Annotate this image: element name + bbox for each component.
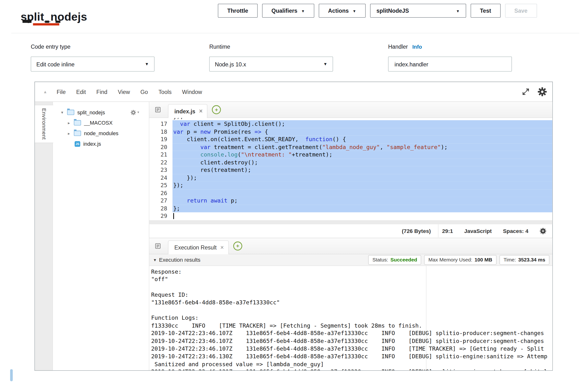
horizontal-scrollbar-track[interactable] (149, 220, 552, 224)
code-editor-area[interactable]: });17 var client = SplitObj.client();18v… (149, 118, 552, 224)
caret-down-icon[interactable]: ▾ (154, 257, 156, 262)
spaces-status[interactable]: Spaces: 4 (503, 228, 528, 234)
badge-value: Succeeded (391, 257, 417, 262)
environment-pane: Environment ▾split_nodejs▾▸__MACOSX▸node… (35, 102, 149, 370)
log-line: Response: (151, 268, 552, 276)
editor-menubar: ▲ FileEditFindViewGoToolsWindow (35, 82, 552, 102)
save-button[interactable]: Save (505, 4, 537, 18)
menu-tools[interactable]: Tools (158, 89, 172, 95)
caret-right-icon: ▸ (68, 131, 74, 136)
cloud9-editor: ▲ FileEditFindViewGoToolsWindow Environm… (35, 82, 553, 371)
code-entry-type-select[interactable]: Edit code inline ▼ (31, 57, 155, 72)
badge-max-memory-used: Max Memory Used:100 MB (424, 255, 496, 265)
qualifiers-button[interactable]: Qualifiers▼ (262, 4, 314, 18)
log-line: 2019-10-24T22:23:46.130Z 131e865f-6eb4-4… (151, 353, 552, 361)
code-text: }); (172, 174, 552, 182)
editor-settings-gear-icon[interactable] (537, 87, 547, 97)
menu-view[interactable]: View (118, 89, 130, 95)
cursor-position-status[interactable]: 29:1 (442, 228, 453, 234)
menu-go[interactable]: Go (140, 89, 148, 95)
caret-down-icon: ▼ (301, 9, 305, 13)
throttle-button[interactable]: Throttle (218, 4, 257, 18)
language-status[interactable]: JavaScript (464, 228, 492, 234)
clipped-text-fragment (45, 21, 49, 23)
tree-item-node-modules[interactable]: ▸node_modules (53, 128, 149, 138)
badge-time: Time:3523.34 ms (500, 255, 549, 265)
test-button[interactable]: Test (471, 4, 501, 18)
execution-results-title: Execution results (159, 257, 201, 263)
new-tab-plus-icon[interactable]: + (233, 241, 242, 250)
line-number: 22 (149, 159, 172, 166)
lambda-console-page: split_nodejs ThrottleQualifiers▼Actions▼… (0, 0, 588, 382)
line-number: 20 (149, 143, 172, 151)
line-number: 21 (149, 151, 172, 159)
code-line-23: 23 res(treatment); (149, 166, 552, 174)
menu-edit[interactable]: Edit (76, 89, 86, 95)
code-line-18: 18var p = new Promise(res => { (149, 128, 552, 136)
badge-label: Max Memory Used: (428, 257, 472, 262)
handler-info-link[interactable]: Info (412, 44, 422, 50)
tree-item-index-js[interactable]: JSindex.js (53, 138, 149, 149)
runtime-select[interactable]: Node.js 10.x ▼ (209, 57, 333, 72)
tree-item-split-nodejs[interactable]: ▾split_nodejs▾ (53, 107, 149, 118)
actions-button[interactable]: Actions▼ (319, 4, 365, 18)
tab-index-js[interactable]: index.js × (168, 104, 207, 118)
close-icon[interactable]: × (220, 245, 224, 250)
badge-value: 100 MB (475, 257, 492, 262)
new-tab-plus-icon[interactable]: + (212, 105, 221, 114)
runtime-field: Runtime Node.js 10.x ▼ (209, 43, 333, 71)
execution-result-badges: Status:SucceededMax Memory Used:100 MBTi… (365, 255, 549, 265)
tab-list-icon[interactable] (149, 102, 167, 118)
execution-log-output[interactable]: Response:"off"Request ID:"131e865f-6eb4-… (149, 266, 552, 370)
fullscreen-expand-icon[interactable] (522, 88, 530, 96)
environment-tab[interactable]: Environment (35, 105, 53, 143)
menu-find[interactable]: Find (97, 89, 107, 95)
code-line-26: 26 (149, 189, 552, 197)
execution-results-header: ▾ Execution results Status:SucceededMax … (149, 254, 552, 266)
log-line: 2019-10-24T22:23:46.131Z 131e865f-6eb4-4… (151, 368, 552, 370)
text-cursor (173, 213, 174, 219)
line-number: 24 (149, 174, 172, 182)
collapse-menubar-icon[interactable]: ▲ (43, 89, 47, 94)
code-entry-type-value: Edit code inline (37, 61, 75, 67)
js-file-icon: JS (75, 141, 80, 146)
log-line: 2019-10-24T22:23:46.107Z 131e865f-6eb4-4… (151, 337, 552, 345)
log-line: Sanitized and processed value => [lambda… (151, 361, 552, 368)
folder-settings-gear-icon[interactable]: ▾ (130, 110, 139, 115)
caret-right-icon: ▸ (68, 120, 74, 125)
editor-body: Environment ▾split_nodejs▾▸__MACOSX▸node… (35, 102, 552, 370)
line-number: 27 (149, 197, 172, 205)
line-number: 23 (149, 166, 172, 174)
badge-status: Status:Succeeded (368, 255, 421, 265)
tree-item-label: __MACOSX (84, 120, 113, 126)
log-line: "131e865f-6eb4-4dd8-858e-a37ef13330cc" (151, 299, 552, 306)
code-text: var p = new Promise(res => { (172, 128, 552, 136)
menu-file[interactable]: File (57, 89, 66, 95)
tree-item-macosx[interactable]: ▸__MACOSX (53, 118, 149, 128)
code-text: client.destroy(); (172, 159, 552, 166)
code-text: res(treatment); (172, 166, 552, 174)
handler-label: HandlerInfo (388, 43, 512, 51)
red-underline-fragment (33, 23, 59, 25)
line-number: 18 (149, 128, 172, 136)
environment-tab-label: Environment (41, 108, 47, 139)
menu-window[interactable]: Window (182, 89, 202, 95)
handler-input[interactable] (394, 60, 506, 68)
scroll-indicator-fragment (10, 369, 13, 381)
code-line-25: 25}); (149, 182, 552, 189)
qualifiers-button-label: Qualifiers (272, 7, 297, 14)
statusbar-gear-icon[interactable] (540, 228, 546, 234)
handler-field: HandlerInfo (388, 43, 512, 71)
editor-statusbar: (726 Bytes) 29:1 JavaScript Spaces: 4 (149, 224, 552, 237)
code-text: return await p; (172, 197, 552, 205)
close-icon[interactable]: × (199, 108, 203, 114)
tab-list-icon[interactable] (149, 238, 167, 254)
splitnodejs-button[interactable]: splitNodeJS▼ (370, 4, 466, 18)
clipped-text-fragment (22, 20, 32, 23)
tab-execution-result[interactable]: Execution Result × (168, 240, 229, 254)
file-tree: ▾split_nodejs▾▸__MACOSX▸node_modulesJSin… (53, 102, 149, 370)
line-number: 26 (149, 189, 172, 197)
code-text (172, 212, 552, 220)
results-tabbar: Execution Result × + (149, 237, 552, 254)
caret-down-icon: ▼ (323, 62, 327, 66)
